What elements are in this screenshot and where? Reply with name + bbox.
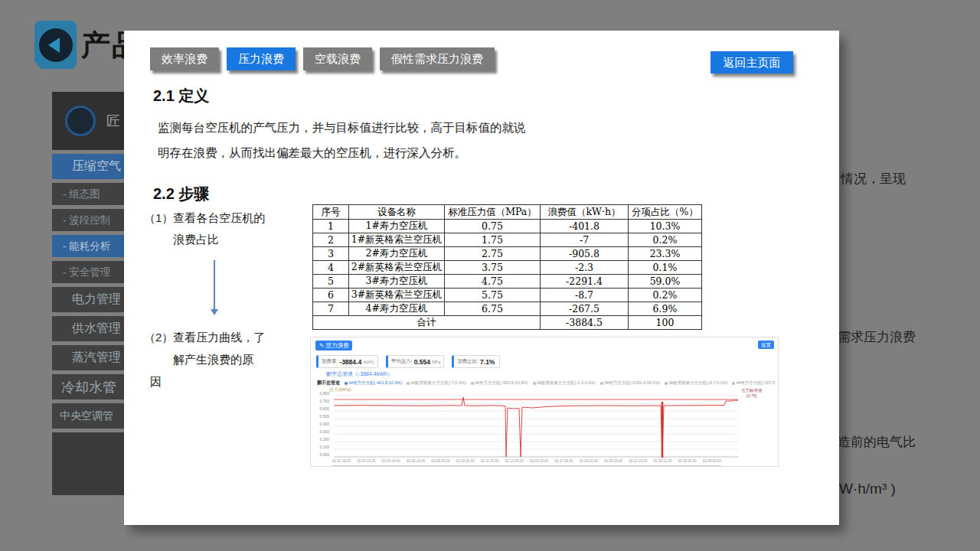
table-total-row: 合计-3884.5100 — [313, 316, 702, 330]
background-text-fragment: W·h/m³ ) — [839, 481, 896, 497]
tab-空载浪费[interactable]: 空载浪费 — [303, 47, 372, 70]
x-tick: 02-28 02:00 — [703, 459, 721, 463]
step1-text: （1）查看各台空压机的 — [144, 211, 265, 226]
table-cell: 5 — [313, 275, 349, 289]
table-cell: 2#寿力空压机 — [349, 247, 445, 261]
stats-row: 浪费量:-3884.4(kWh)平均压力:0.554MPa浪费占比:7.1% — [316, 355, 500, 368]
waste-table: 序号设备名称标准压力值（MPa）浪费值（kW·h）分项占比（%） 11#寿力空压… — [312, 204, 702, 330]
table-cell: -905.8 — [541, 247, 629, 261]
legend-item[interactable]: 3#新英格索兰空压机(-8.7,0.2%) — [665, 380, 727, 386]
screenshot-title-badge: ✎ 压力浪费 — [315, 341, 352, 350]
settings-button[interactable]: 设置 — [758, 341, 774, 349]
standard-value-label: 压力标准值 (0.75) — [741, 388, 763, 399]
legend-item[interactable]: 2#新英格索兰空压机(-2.3,0.1%) — [533, 380, 596, 386]
table-row: 11#寿力空压机0.75-401.810.3% — [313, 220, 702, 233]
table-header-cell: 标准压力值（MPa） — [445, 205, 541, 220]
pressure-chart: 压力(MPa) 0.8000.7000.6000.5000.4000.3000.… — [315, 386, 775, 463]
tab-压力浪费[interactable]: 压力浪费 — [227, 47, 296, 70]
sidebar-item[interactable]: - 组态图 — [52, 183, 124, 205]
x-tick: 02-04 14:40 — [382, 459, 400, 463]
legend-dot-icon — [407, 382, 410, 385]
table-row: 63#新英格索兰空压机5.75-8.70.2% — [313, 289, 702, 302]
chart-plot — [332, 393, 742, 458]
sidebar-item[interactable]: 中央空调管 — [52, 403, 124, 429]
x-tick: 02-22 16:00 — [629, 459, 647, 463]
sidebar-filler — [52, 432, 124, 495]
stat-box: 平均压力:0.554MPa — [386, 355, 444, 368]
edit-icon: ✎ — [319, 342, 324, 349]
legend-item[interactable]: 3#寿力空压机(-2291.4,59.0%) — [600, 380, 660, 386]
sidebar-item[interactable]: 冷却水管 — [52, 374, 124, 399]
sidebar-item[interactable]: 电力管理 — [52, 287, 124, 312]
x-tick: 02-17 06:00 — [554, 459, 573, 463]
pipeline-link[interactable]: 鹏宇总管道（-3884.4kWh） — [326, 370, 393, 378]
table-cell: 2#新英格索兰空压机 — [349, 261, 445, 275]
legend-item[interactable]: 1#新英格索兰空压机(-7,0.2%) — [407, 380, 466, 386]
table-cell: 4#寿力空压机 — [349, 302, 445, 316]
table-header-cell: 分项占比（%） — [629, 205, 702, 220]
legend-dot-icon — [732, 382, 735, 385]
tab-假性需求压力浪费[interactable]: 假性需求压力浪费 — [380, 47, 495, 70]
table-row: 32#寿力空压机2.75-905.823.3% — [313, 247, 702, 261]
table-row: 42#新英格索兰空压机3.75-2.30.1% — [313, 261, 702, 275]
legend-title: 鹏宇总管道 — [317, 380, 340, 386]
sidebar-item[interactable]: 蒸汽管理 — [52, 345, 124, 370]
stat-box: 浪费占比:7.1% — [452, 355, 500, 368]
down-arrow-icon — [214, 260, 215, 309]
sidebar-item[interactable]: 压缩空气 — [52, 154, 124, 179]
total-label-cell: 合计 — [313, 316, 541, 330]
legend-item[interactable]: 4#寿力空压机(-267.5,6.9%) — [732, 380, 775, 386]
x-tick: 02-02 16:20 — [357, 459, 375, 463]
legend-item[interactable]: 1#寿力空压机(-401.8,10.3%) — [345, 380, 402, 386]
x-tick: 02-26 06:40 — [678, 459, 696, 463]
legend-dot-icon — [533, 382, 536, 385]
table-header-cell: 设备名称 — [349, 205, 445, 220]
pressure-series-line — [334, 397, 738, 457]
tab-效率浪费[interactable]: 效率浪费 — [150, 47, 219, 70]
legend-dot-icon — [600, 382, 603, 385]
table-cell: -2291.4 — [541, 275, 629, 289]
x-tick: 02-19 01:20 — [580, 459, 598, 463]
x-tick: 02-15 10:40 — [530, 459, 548, 463]
sidebar-logo-block: 匠 — [52, 92, 124, 150]
datazoom-slider[interactable] — [332, 465, 721, 467]
stat-box: 浪费量:-3884.4(kWh) — [316, 355, 378, 368]
slide-panel: 效率浪费压力浪费空载浪费假性需求压力浪费 返回主页面 2.1 定义 监测每台空压… — [124, 31, 839, 525]
table-header-cell: 序号 — [313, 205, 349, 220]
legend-dot-icon — [345, 382, 348, 385]
sidebar: 匠 压缩空气- 组态图- 波段控制- 能耗分析- 安全管理电力管理供水管理蒸汽管… — [52, 92, 124, 495]
background-text-fragment: 需求压力浪费 — [838, 328, 916, 346]
table-cell: 0.1% — [629, 261, 702, 275]
table-cell: 0.2% — [629, 233, 702, 247]
back-icon[interactable] — [34, 21, 77, 69]
y-tick: 0.400 — [315, 422, 329, 426]
step2-text: 因 — [150, 375, 162, 390]
total-waste-cell: -3884.5 — [541, 316, 629, 330]
table-header-cell: 浪费值（kW·h） — [541, 205, 629, 220]
return-home-button[interactable]: 返回主页面 — [710, 51, 793, 73]
sidebar-item[interactable]: 供水管理 — [52, 316, 124, 341]
screen: 产品 匠 压缩空气- 组态图- 波段控制- 能耗分析- 安全管理电力管理供水管理… — [0, 0, 980, 551]
table-cell: -401.8 — [541, 220, 629, 233]
sidebar-item[interactable]: - 能耗分析 — [52, 235, 124, 257]
x-tick: 02-13 15:20 — [505, 459, 524, 463]
table-cell: 3#寿力空压机 — [349, 275, 445, 289]
sidebar-item[interactable]: - 安全管理 — [52, 261, 124, 283]
steps-heading: 2.2 步骤 — [153, 184, 209, 204]
table-cell: 1 — [313, 220, 349, 233]
table-cell: 7 — [313, 302, 349, 316]
y-tick: 0.600 — [315, 406, 329, 411]
step2-text: （2）查看压力曲线，了 — [144, 331, 265, 345]
table-cell: 2 — [313, 233, 349, 247]
x-tick: 02-06 10:40 — [407, 459, 425, 463]
y-tick: 0.800 — [315, 391, 329, 396]
legend-dot-icon — [665, 382, 668, 385]
sidebar-item[interactable]: - 波段控制 — [52, 209, 124, 231]
y-tick: 0.200 — [315, 437, 329, 442]
legend-item[interactable]: 2#寿力空压机(-905.8,23.3%) — [471, 380, 528, 386]
total-pct-cell: 100 — [629, 316, 702, 330]
step2-text: 解产生浪费的原 — [173, 353, 253, 367]
definition-heading: 2.1 定义 — [153, 86, 209, 106]
chart-legend: 鹏宇总管道1#寿力空压机(-401.8,10.3%)1#新英格索兰空压机(-7,… — [317, 380, 775, 386]
y-tick: 0.300 — [315, 429, 329, 434]
